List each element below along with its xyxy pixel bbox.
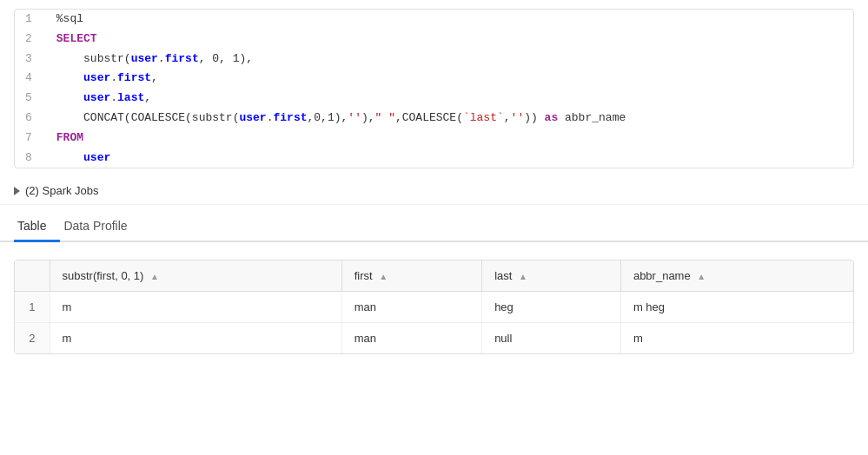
table-header-row: substr(first, 0, 1) ▲ first ▲ last ▲ abb…: [15, 260, 853, 292]
cell-rownum-1: 1: [15, 292, 50, 323]
tab-table[interactable]: Table: [14, 212, 60, 242]
cell-rownum-2: 2: [15, 323, 50, 354]
cell-first-1: man: [341, 292, 482, 323]
collapse-triangle-icon: [14, 187, 20, 195]
code-line-6: 6 CONCAT(COALESCE(substr(user.first,0,1)…: [15, 109, 853, 129]
spark-jobs-toggle[interactable]: (2) Spark Jobs: [0, 177, 868, 205]
sort-icon-abbr-name: ▲: [697, 272, 706, 281]
cell-last-2: null: [482, 323, 621, 354]
cell-abbr-1: m heg: [620, 292, 853, 323]
cell-first-2: man: [341, 323, 482, 354]
table-row: 2 m man null m: [15, 323, 853, 354]
sort-icon-substr: ▲: [150, 272, 159, 281]
sort-icon-last: ▲: [519, 272, 527, 281]
col-header-rownum: [15, 260, 50, 292]
code-line-5: 5 user.last,: [15, 89, 853, 109]
code-editor: 1 %sql 2 SELECT 3 substr(user.first, 0, …: [14, 9, 854, 168]
sort-icon-first: ▲: [379, 272, 388, 281]
result-table: substr(first, 0, 1) ▲ first ▲ last ▲ abb…: [15, 260, 853, 353]
code-line-7: 7 FROM: [15, 129, 853, 148]
spark-jobs-label: (2) Spark Jobs: [25, 184, 99, 197]
cell-substr-1: m: [50, 292, 341, 323]
cell-abbr-2: m: [620, 323, 853, 354]
col-header-substr[interactable]: substr(first, 0, 1) ▲: [50, 260, 341, 292]
table-row: 1 m man heg m heg: [15, 292, 853, 323]
code-line-3: 3 substr(user.first, 0, 1),: [15, 49, 853, 69]
code-line-2: 2 SELECT: [15, 30, 853, 49]
cell-last-1: heg: [482, 292, 621, 323]
code-line-4: 4 user.first,: [15, 69, 853, 89]
col-header-first[interactable]: first ▲: [341, 260, 482, 292]
cell-substr-2: m: [50, 323, 341, 354]
result-table-wrapper: substr(first, 0, 1) ▲ first ▲ last ▲ abb…: [14, 260, 854, 354]
col-header-last[interactable]: last ▲: [482, 260, 621, 292]
result-tabs: Table Data Profile: [0, 212, 868, 242]
code-line-8: 8 user: [15, 148, 853, 168]
code-line-1: 1 %sql: [15, 10, 853, 30]
col-header-abbr-name[interactable]: abbr_name ▲: [620, 260, 853, 292]
tab-data-profile[interactable]: Data Profile: [60, 212, 141, 242]
